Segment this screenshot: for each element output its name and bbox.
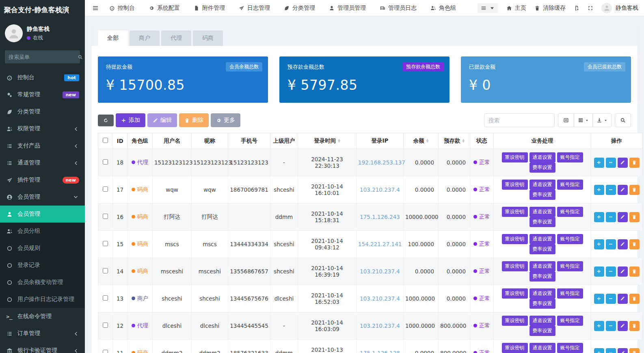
topnav-item-控制台[interactable]: 控制台: [109, 4, 135, 12]
add-balance-button[interactable]: [594, 266, 604, 277]
detail-view-button[interactable]: [558, 113, 574, 127]
ip-link[interactable]: 175.1.126.128: [360, 350, 400, 353]
biz-button-通道设置[interactable]: 通道设置: [529, 316, 555, 326]
biz-button-费率设置[interactable]: 费率设置: [529, 326, 555, 336]
subtract-balance-button[interactable]: [606, 348, 616, 353]
tab-全部[interactable]: 全部: [98, 30, 128, 46]
add-balance-button[interactable]: [594, 239, 604, 249]
add-balance-button[interactable]: [594, 321, 604, 331]
biz-button-通道设置[interactable]: 通道设置: [529, 343, 555, 353]
add-balance-button[interactable]: [594, 158, 604, 168]
biz-button-重设密钥[interactable]: 重设密钥: [502, 234, 528, 244]
biz-button-账号指定[interactable]: 账号指定: [557, 152, 583, 162]
subtract-balance-button[interactable]: [606, 239, 616, 249]
biz-button-通道设置[interactable]: 通道设置: [529, 180, 555, 190]
ip-link[interactable]: 103.210.237.4: [360, 295, 400, 302]
refresh-button[interactable]: [98, 115, 114, 126]
topnav-item-角色组[interactable]: 角色组: [430, 4, 456, 12]
biz-button-重设密钥[interactable]: 重设密钥: [502, 152, 528, 162]
biz-button-账号指定[interactable]: 账号指定: [557, 261, 583, 271]
biz-button-账号指定[interactable]: 账号指定: [557, 316, 583, 326]
biz-button-通道设置[interactable]: 通道设置: [529, 261, 555, 271]
sidebar-item-登录记录[interactable]: 登录记录: [0, 257, 85, 274]
sidebar-item-会员规则[interactable]: 会员规则: [0, 240, 85, 257]
sidebar-item-会员分组[interactable]: 会员分组: [0, 223, 85, 240]
add-balance-button[interactable]: [594, 294, 604, 304]
table-search-input[interactable]: [484, 113, 555, 127]
topnav-item-管理员管理[interactable]: 管理员管理: [329, 4, 366, 12]
row-checkbox[interactable]: [103, 323, 108, 328]
ip-link[interactable]: 192.168.253.137: [358, 159, 405, 166]
topbar-fullscreen[interactable]: [588, 5, 593, 11]
biz-button-账号指定[interactable]: 账号指定: [557, 288, 583, 299]
add-balance-button[interactable]: [594, 348, 604, 353]
topnav-item-附件管理[interactable]: 附件管理: [194, 4, 225, 12]
columns-button[interactable]: [574, 113, 593, 127]
topnav-item-日志管理[interactable]: 日志管理: [239, 4, 270, 12]
row-checkbox[interactable]: [103, 350, 108, 353]
row-checkbox[interactable]: [103, 241, 108, 246]
sidebar-item-权限管理[interactable]: 权限管理: [0, 120, 85, 137]
sidebar-item-订单管理[interactable]: 订单管理: [0, 325, 85, 342]
biz-button-重设密钥[interactable]: 重设密钥: [502, 343, 528, 353]
sidebar-item-通道管理[interactable]: 通道管理: [0, 154, 85, 171]
sidebar-item-银行卡验证管理[interactable]: 银行卡验证管理: [0, 342, 85, 353]
more-button[interactable]: 更多: [211, 113, 240, 127]
row-checkbox[interactable]: [103, 295, 108, 301]
edit-button[interactable]: 编辑: [147, 113, 177, 127]
biz-button-费率设置[interactable]: 费率设置: [529, 162, 555, 173]
sidebar-item-用户操作日志记录管理[interactable]: 用户操作日志记录管理: [0, 291, 85, 308]
sidebar-item-常规管理[interactable]: 常规管理new: [0, 86, 85, 103]
sidebar-item-分类管理[interactable]: 分类管理: [0, 103, 85, 120]
biz-button-通道设置[interactable]: 通道设置: [529, 288, 555, 299]
add-balance-button[interactable]: [594, 185, 604, 195]
biz-button-费率设置[interactable]: 费率设置: [529, 244, 555, 254]
row-checkbox[interactable]: [103, 186, 108, 192]
delete-row-button[interactable]: [629, 294, 640, 304]
edit-row-button[interactable]: [618, 294, 628, 304]
topbar-home[interactable]: 主页: [506, 4, 526, 12]
column-header-balance[interactable]: 余额▲▼: [404, 133, 439, 149]
delete-row-button[interactable]: [629, 158, 640, 168]
hamburger-icon[interactable]: [89, 3, 102, 13]
biz-button-重设密钥[interactable]: 重设密钥: [502, 288, 528, 299]
biz-button-重设密钥[interactable]: 重设密钥: [502, 316, 528, 326]
select-all-checkbox[interactable]: [103, 138, 108, 143]
column-header-deposit[interactable]: 预存款▲▼: [439, 133, 470, 149]
edit-row-button[interactable]: [618, 321, 628, 331]
add-button[interactable]: 添加: [116, 113, 145, 127]
biz-button-费率设置[interactable]: 费率设置: [529, 217, 555, 227]
sidebar-search-input[interactable]: [9, 54, 78, 60]
sidebar-item-控制台[interactable]: 控制台hot: [0, 69, 85, 86]
sidebar-item-会员管理[interactable]: 会员管理: [0, 206, 85, 223]
subtract-balance-button[interactable]: [606, 321, 616, 331]
topnav-item-分类管理[interactable]: 分类管理: [284, 4, 315, 12]
topbar-user-menu[interactable]: 静鱼客栈: [601, 3, 638, 13]
tab-代理[interactable]: 代理: [161, 30, 191, 46]
ip-link[interactable]: 154.221.27.141: [358, 241, 402, 247]
subtract-balance-button[interactable]: [606, 266, 616, 277]
sidebar-item-会员余额变动管理[interactable]: 会员余额变动管理: [0, 274, 85, 291]
row-checkbox[interactable]: [103, 159, 108, 165]
biz-button-重设密钥[interactable]: 重设密钥: [502, 261, 528, 271]
edit-row-button[interactable]: [618, 212, 628, 222]
biz-button-费率设置[interactable]: 费率设置: [529, 271, 555, 282]
biz-button-账号指定[interactable]: 账号指定: [557, 207, 583, 217]
sidebar-item-插件管理[interactable]: 插件管理new: [0, 171, 85, 188]
delete-row-button[interactable]: [629, 348, 640, 353]
subtract-balance-button[interactable]: [606, 294, 616, 304]
biz-button-账号指定[interactable]: 账号指定: [557, 180, 583, 190]
sidebar-item-在线命令管理[interactable]: >_在线命令管理: [0, 308, 85, 325]
topbar-refresh-page[interactable]: [574, 5, 579, 11]
delete-row-button[interactable]: [629, 266, 640, 277]
edit-row-button[interactable]: [618, 239, 628, 249]
sidebar-item-会员管理[interactable]: 会员管理: [0, 188, 85, 206]
edit-row-button[interactable]: [618, 185, 628, 195]
biz-button-通道设置[interactable]: 通道设置: [529, 207, 555, 217]
ip-link[interactable]: 103.210.237.4: [360, 186, 400, 193]
topbar-menu-dropdown[interactable]: [478, 3, 498, 13]
sidebar-item-支付产品[interactable]: 支付产品: [0, 137, 85, 154]
add-balance-button[interactable]: [594, 212, 604, 222]
biz-button-通道设置[interactable]: 通道设置: [529, 234, 555, 244]
row-checkbox[interactable]: [103, 268, 108, 273]
